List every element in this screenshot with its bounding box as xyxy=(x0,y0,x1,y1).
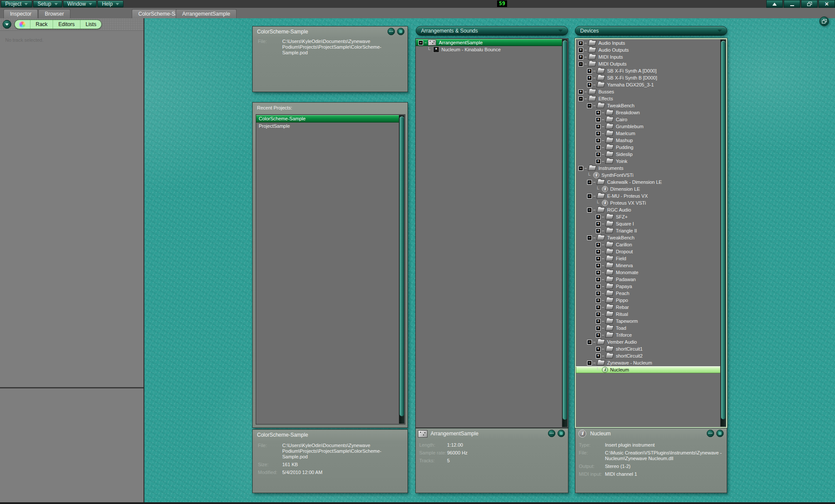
menu-help[interactable]: Help xyxy=(97,0,124,7)
expand-icon[interactable] xyxy=(578,48,583,53)
sound-tree-item[interactable]: Nucleum - Kinabalu Bounce xyxy=(416,46,562,53)
device-tree-item[interactable]: TweakBench xyxy=(576,102,721,109)
device-tree-item[interactable]: Instruments xyxy=(576,165,721,172)
device-tree-item[interactable]: Cairo xyxy=(576,116,721,123)
expand-icon[interactable] xyxy=(587,83,592,87)
menu-window[interactable]: Window xyxy=(63,0,97,7)
device-tree-item[interactable]: Pudding xyxy=(576,144,721,151)
expand-icon[interactable] xyxy=(596,222,601,226)
menu-ellipsis-button[interactable] xyxy=(387,28,395,35)
collapse-icon[interactable] xyxy=(578,166,583,171)
expand-icon[interactable] xyxy=(596,277,601,282)
device-tree-item[interactable]: Sideslip xyxy=(576,151,721,158)
device-tree-item[interactable]: Yamaha DGX205_3-1 xyxy=(576,81,721,88)
detach-panel-button[interactable] xyxy=(558,430,565,437)
list-item[interactable]: ProjectSample xyxy=(256,123,399,130)
expand-icon[interactable] xyxy=(596,110,601,115)
inspector-collapse-button[interactable] xyxy=(3,20,11,29)
expand-icon[interactable] xyxy=(596,333,601,338)
device-tree-item[interactable]: Triangle II xyxy=(576,227,721,234)
scrollbar[interactable] xyxy=(720,40,726,427)
expand-icon[interactable] xyxy=(578,55,583,60)
detach-panel-button[interactable] xyxy=(397,28,404,35)
arrangement-tree-item[interactable]: ArrangementSample xyxy=(416,39,562,46)
expand-icon[interactable] xyxy=(596,124,601,129)
device-tree-item[interactable]: MIDI Outputs xyxy=(576,60,721,67)
expand-icon[interactable] xyxy=(596,131,601,136)
close-button[interactable] xyxy=(818,0,835,8)
menu-project[interactable]: Project xyxy=(1,0,32,7)
collapse-icon[interactable] xyxy=(587,361,592,365)
restore-button[interactable] xyxy=(801,0,818,8)
tab-arrangementsample[interactable]: ArrangementSample xyxy=(176,9,237,18)
editors-button[interactable]: Editors xyxy=(53,20,80,29)
device-tree-item[interactable]: SynthFontVSTi xyxy=(576,172,721,179)
menu-ellipsis-button[interactable] xyxy=(548,430,555,437)
collapse-icon[interactable] xyxy=(587,208,592,212)
device-tree-item[interactable]: RGC Audio xyxy=(576,206,721,213)
device-tree-item[interactable]: Minerva xyxy=(576,262,721,269)
expand-icon[interactable] xyxy=(596,312,601,317)
device-tree-item[interactable]: Tapeworm xyxy=(576,318,721,325)
expand-icon[interactable] xyxy=(596,298,601,303)
device-tree-item[interactable]: SFZ+ xyxy=(576,213,721,220)
device-tree-item[interactable]: E-MU - Proteus VX xyxy=(576,192,721,199)
tab-inspector[interactable]: Inspector xyxy=(3,9,38,18)
expand-icon[interactable] xyxy=(596,117,601,122)
device-tree-item[interactable]: Maelcum xyxy=(576,130,721,137)
device-tree-item[interactable]: MIDI Inputs xyxy=(576,53,721,60)
scrollbar-thumb[interactable] xyxy=(721,41,725,419)
expand-icon[interactable] xyxy=(596,270,601,275)
device-tree-item[interactable]: Nucleum xyxy=(576,366,721,373)
devices-dropdown[interactable]: Devices xyxy=(575,26,727,36)
device-tree-item[interactable]: Grumblebum xyxy=(576,123,721,130)
collapse-icon[interactable] xyxy=(418,40,423,45)
expand-icon[interactable] xyxy=(596,284,601,289)
device-tree-item[interactable]: Dimension LE xyxy=(576,186,721,192)
device-tree-item[interactable]: Peach xyxy=(576,290,721,297)
lists-button[interactable]: Lists xyxy=(80,20,102,29)
device-tree-item[interactable]: shortCircuit1 xyxy=(576,345,721,352)
expand-icon[interactable] xyxy=(596,145,601,150)
expand-icon[interactable] xyxy=(596,354,601,358)
device-tree-item[interactable]: Breakdown xyxy=(576,109,721,116)
device-tree-item[interactable]: Effects xyxy=(576,95,721,102)
scrollbar-thumb[interactable] xyxy=(400,116,404,416)
expand-icon[interactable] xyxy=(596,347,601,351)
arrangements-dropdown[interactable]: Arrangements & Sounds xyxy=(416,26,568,36)
menu-ellipsis-button[interactable] xyxy=(707,430,714,437)
expand-icon[interactable] xyxy=(596,242,601,247)
device-tree-item[interactable]: Yoink xyxy=(576,158,721,165)
collapse-icon[interactable] xyxy=(578,62,583,66)
workspace-restore-button[interactable] xyxy=(819,17,829,26)
device-tree-item[interactable]: Audio Inputs xyxy=(576,40,721,46)
device-tree-item[interactable]: Mashup xyxy=(576,137,721,144)
tab-browser[interactable]: Browser xyxy=(38,9,70,18)
device-tree-item[interactable]: Padawan xyxy=(576,276,721,283)
expand-icon[interactable] xyxy=(596,291,601,296)
device-tree-item[interactable]: Rebar xyxy=(576,304,721,311)
detach-panel-button[interactable] xyxy=(716,430,724,437)
device-tree-item[interactable]: shortCircuit2 xyxy=(576,352,721,359)
rack-button[interactable]: Rack xyxy=(30,20,53,29)
menu-setup[interactable]: Setup xyxy=(33,0,62,7)
expand-icon[interactable] xyxy=(578,90,583,94)
collapse-icon[interactable] xyxy=(587,103,592,108)
collapse-icon[interactable] xyxy=(587,194,592,199)
scrollbar[interactable] xyxy=(399,115,404,424)
expand-icon[interactable] xyxy=(587,76,592,80)
device-tree-item[interactable]: Proteus VX VSTi xyxy=(576,199,721,206)
device-tree-item[interactable]: Pippo xyxy=(576,297,721,304)
shade-button[interactable] xyxy=(766,0,783,8)
expand-icon[interactable] xyxy=(596,319,601,324)
collapse-icon[interactable] xyxy=(587,235,592,240)
expand-icon[interactable] xyxy=(596,263,601,268)
expand-icon[interactable] xyxy=(596,305,601,310)
device-tree-item[interactable]: Monomate xyxy=(576,269,721,276)
expand-icon[interactable] xyxy=(596,229,601,233)
collapse-icon[interactable] xyxy=(587,180,592,185)
device-tree-item[interactable]: Square I xyxy=(576,220,721,227)
minimize-button[interactable] xyxy=(784,0,800,8)
color-wheel-button[interactable] xyxy=(15,20,30,29)
device-tree-item[interactable]: SB X-Fi Synth A [D000] xyxy=(576,67,721,74)
